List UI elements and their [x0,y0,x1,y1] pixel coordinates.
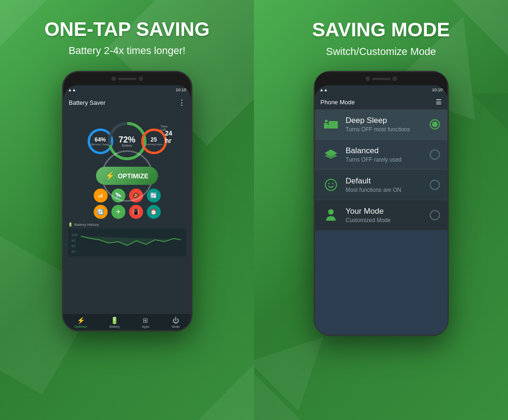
right-title: SAVING MODE [312,19,450,41]
svg-text:60: 60 [71,244,76,248]
battery-history: 🔋 Battery History 100 80 60 40 [68,223,186,257]
svg-point-9 [325,120,328,122]
rotation-toggle[interactable]: 🔃 [94,205,108,219]
mode-text-default: Default Most functions are ON [346,176,430,193]
optimize-label: OPTIMIZE [117,172,148,180]
right-phone-mockup: ▲▲ 10:10 Phone Mode ☰ [314,71,449,336]
mode-text-deep-sleep: Deep Sleep Turns OFF most functions [346,116,430,133]
toggles-row-2: 🔃 ✈ 📳 ⏰ [94,205,161,219]
mode-list: Deep Sleep Turns OFF most functions B [315,109,447,335]
default-radio[interactable] [430,180,440,190]
nav-apps[interactable]: ⊞ Apps [142,317,149,328]
nav-battery-label: Battery [110,325,120,328]
status-time-right: 10:10 [432,88,443,92]
mode-item-deep-sleep[interactable]: Deep Sleep Turns OFF most functions [315,109,447,140]
nav-apps-label: Apps [142,325,149,328]
menu-dots-icon[interactable]: ⋮ [178,98,185,107]
bed-icon [323,116,339,133]
mode-item-your-mode[interactable]: Your Mode Customized Mode [315,200,447,230]
balanced-name: Balanced [346,146,430,156]
svg-text:80: 80 [71,238,76,243]
balanced-desc: Turns OFF rarely used [346,156,430,163]
nav-optimize[interactable]: ⚡ Optimize [74,317,87,328]
front-camera-right [365,76,370,81]
vibrate-toggle[interactable]: 📳 [129,205,143,219]
svg-point-14 [332,183,333,184]
left-title: ONE-TAP SAVING [44,19,210,40]
deep-sleep-desc: Turns OFF most functions [346,126,430,133]
mode-app-header: Phone Mode ☰ [315,95,447,109]
battery-pct: 72% [118,135,135,144]
svg-rect-8 [329,121,338,125]
right-subtitle: Switch/Customize Mode [326,46,436,58]
history-chart: 100 80 60 40 [68,229,186,257]
left-subtitle: Battery 2-4x times longer! [69,45,185,57]
front-camera-right-2 [392,76,397,81]
optimize-nav-icon: ⚡ [77,317,85,324]
time-left-value: 24 hr [165,129,172,144]
phone-speaker-right [372,78,391,80]
your-mode-name: Your Mode [346,207,430,216]
default-name: Default [346,176,430,186]
status-signals-right: ▲▲ [320,88,328,92]
svg-point-13 [328,183,330,184]
alarm-toggle[interactable]: ⏰ [147,205,161,219]
mode-item-default[interactable]: Default Most functions are ON [315,170,447,200]
svg-text:40: 40 [71,250,76,254]
phone-notch-left [63,72,191,85]
layers-icon [323,146,339,163]
mode-text-your-mode: Your Mode Customized Mode [346,207,430,224]
apps-count: 25 [151,136,157,143]
apps-label: Running Apps [145,143,162,146]
svg-point-15 [328,209,334,215]
phone-notch-right [315,72,447,85]
phone-speaker-left [118,78,137,80]
front-camera-left [111,76,116,81]
status-time-left: 10:10 [176,88,186,92]
app-title-left: Battery Saver [69,99,106,106]
bolt-icon: ⚡ [105,171,115,180]
sync-toggle[interactable]: 🔄 [147,189,161,203]
your-mode-radio[interactable] [430,210,440,220]
optimize-button[interactable]: ⚡ OPTIMIZE [96,167,158,185]
apps-nav-icon: ⊞ [143,317,148,324]
history-label: 🔋 Battery History [68,223,186,227]
status-signals: ▲▲ [68,88,76,92]
person-icon [323,207,339,224]
battery-icon-small: 🔋 [68,223,73,227]
nav-mode[interactable]: ⏻ Mode [172,317,180,328]
signal-icon-right: ▲▲ [320,88,328,92]
nav-battery[interactable]: 🔋 Battery [110,317,120,328]
app-header-left: Battery Saver ⋮ [63,95,191,111]
svg-rect-7 [324,123,328,129]
balanced-radio[interactable] [430,149,440,160]
mode-app-title: Phone Mode [321,99,355,106]
front-camera-left-2 [138,76,143,81]
deep-sleep-name: Deep Sleep [346,116,430,125]
airplane-toggle[interactable]: ✈ [111,205,125,219]
left-phone-mockup: ▲▲ 10:10 Battery Saver ⋮ [62,71,192,332]
nav-mode-label: Mode [172,325,180,328]
time-right-status: 10:10 [432,88,443,92]
nav-optimize-label: Optimize [74,325,87,328]
status-bar-left: ▲▲ 10:10 [63,85,191,95]
mode-item-balanced[interactable]: Balanced Turns OFF rarely used [315,140,447,170]
smiley-icon [323,176,339,193]
your-mode-desc: Customized Mode [346,217,430,224]
mode-text-balanced: Balanced Turns OFF rarely used [346,146,430,163]
phone-screen-left: ▲▲ 10:10 Battery Saver ⋮ [63,85,191,330]
bottom-nav: ⚡ Optimize 🔋 Battery ⊞ Apps ⏻ Mode [63,313,191,330]
optimize-area: ⚡ OPTIMIZE [96,167,158,185]
filter-icon[interactable]: ☰ [436,98,442,106]
deep-sleep-radio[interactable] [430,119,440,129]
svg-text:100: 100 [71,233,78,237]
battery-content: 64% Memory Usage 72% Battery [63,111,191,313]
left-panel: ONE-TAP SAVING Battery 2-4x times longer… [0,0,254,420]
battery-nav-icon: 🔋 [110,317,118,324]
wifi-toggle[interactable]: 📶 [94,189,108,203]
chart-svg: 100 80 60 40 [71,231,184,255]
phone-screen-right: ▲▲ 10:10 Phone Mode ☰ [315,85,447,335]
memory-pct: 64% [95,136,106,143]
battery-label: Battery [122,144,132,147]
apps-circle: 25 Running Apps [141,129,167,154]
